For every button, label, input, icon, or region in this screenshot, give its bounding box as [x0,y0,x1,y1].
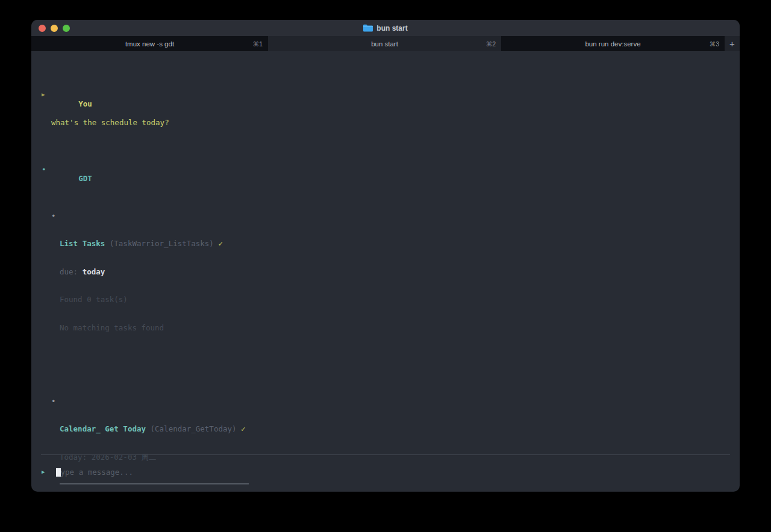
user-message-header: ▶You [51,90,740,100]
user-prompt-icon: ▶ [42,90,45,100]
user-message-text: what's the schedule today? [51,118,740,128]
folder-icon [363,24,373,32]
assistant-bullet-icon: • [42,165,46,175]
terminal-window: bun start tmux new -s gdt ⌘1 bun start ⌘… [31,20,740,492]
message-input[interactable]: ▶ Type a message... [56,468,133,477]
tool-output-line: No matching tasks found [60,323,740,333]
calendar-preview-header: Today: 2026-02-03 周二 [60,453,740,462]
input-prompt-icon: ▶ [42,468,45,477]
input-placeholder: Type a message... [56,468,133,477]
tab-shortcut: ⌘2 [486,40,496,48]
tool-call-calendar-get-today: • Calendar_ Get Today (Calendar_GetToday… [60,397,740,492]
minimize-button[interactable] [51,25,58,32]
tool-args-line: due: today [60,267,740,277]
window-title-text: bun start [376,24,407,32]
tab-label: bun start [371,40,398,48]
tool-output-line: Found 0 task(s) [60,295,740,305]
window-title: bun start [363,24,407,32]
tool-name: Calendar_ Get Today [60,424,146,433]
tab-shortcut: ⌘1 [253,40,263,48]
tool-id: (Calendar_GetToday) [151,424,237,433]
tool-success-check-icon: ✓ [241,424,246,433]
title-bar[interactable]: bun start [31,20,740,36]
tool-name: List Tasks [60,239,105,248]
tool-arg-key: due: [60,267,78,276]
text-cursor [56,468,61,477]
preview-divider [60,483,249,484]
assistant-name: GDT [78,174,92,183]
assistant-header: •GDT [51,165,740,175]
tab-label: tmux new -s gdt [125,40,174,48]
tool-bullet-icon: • [51,397,56,406]
tab-dev-serve[interactable]: bun run dev:serve ⌘3 [501,36,725,51]
tool-title-line: List Tasks (TaskWarrior_ListTasks) ✓ [60,239,740,249]
close-button[interactable] [39,25,46,32]
tab-tmux[interactable]: tmux new -s gdt ⌘1 [31,36,268,51]
tab-label: bun run dev:serve [585,40,640,48]
tool-bullet-icon: • [51,211,56,221]
new-tab-button[interactable]: + [725,36,740,51]
tab-bar: tmux new -s gdt ⌘1 bun start ⌘2 bun run … [31,36,740,51]
tool-call-list-tasks: • List Tasks (TaskWarrior_ListTasks) ✓ d… [60,211,740,351]
traffic-lights [39,20,70,36]
input-divider [41,454,730,455]
tool-id: (TaskWarrior_ListTasks) [110,239,214,248]
tab-shortcut: ⌘3 [710,40,719,48]
tool-success-check-icon: ✓ [218,239,223,248]
user-name: You [78,99,92,108]
tool-title-line: Calendar_ Get Today (Calendar_GetToday) … [60,424,740,434]
tab-bun-start[interactable]: bun start ⌘2 [268,36,501,51]
zoom-button[interactable] [63,25,70,32]
chat-log: ▶You what's the schedule today? •GDT • L… [31,51,740,492]
tool-arg-value: today [83,267,105,276]
